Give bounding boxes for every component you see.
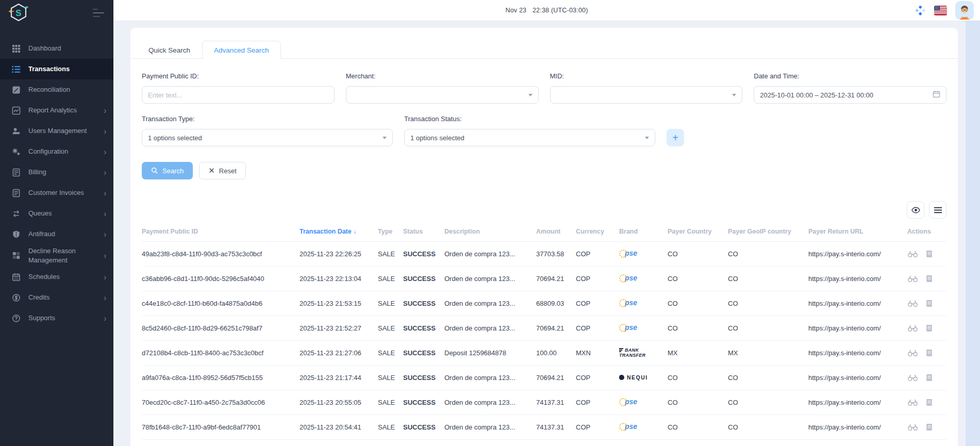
cell-payment-public-id: c44e18c0-c8cf-11f0-b60d-fa4875a0d4b6 [142,291,300,316]
sidebar-item-customer-invoices[interactable]: Customer Invoices› [0,183,113,203]
view-details-binoculars-icon[interactable] [907,325,918,332]
app-logo[interactable]: S [8,3,29,23]
scrollbar[interactable] [966,21,980,446]
cell-payer-geoip-country: US [728,440,808,446]
chevron-right-icon: › [104,146,106,157]
table-row: 8c5d2460-c8cf-11f0-8d29-66251c798af72025… [142,316,946,341]
merchant-label: Merchant: [346,72,539,80]
sidebar-item-queues[interactable]: Queues› [0,203,113,224]
sidebar-item-dashboard[interactable]: Dashboard [0,38,113,59]
sidebar-item-billing[interactable]: Billing› [0,162,113,183]
cell-status: SUCCESS [403,267,444,291]
add-filter-button[interactable]: + [667,129,684,146]
queue-icon [11,209,21,218]
cell-amount: 74137.31 [536,415,576,440]
view-details-binoculars-icon[interactable] [907,350,918,357]
view-details-binoculars-icon[interactable] [907,300,918,307]
cell-payer-country: CO [668,390,728,415]
cell-brand: BANKTRANSFER [619,341,668,366]
receipt-icon[interactable] [926,275,933,283]
calendar-icon[interactable] [933,90,940,100]
cell-payer-country: CO [668,242,728,267]
sidebar-item-transactions[interactable]: Transactions [0,59,113,79]
column-header-currency: Currency [576,224,619,242]
table-row: c36abb96-c8d1-11f0-90dc-5296c5af40402025… [142,267,946,291]
sidebar-item-users-management[interactable]: Users Management› [0,121,113,141]
view-details-binoculars-icon[interactable] [907,424,918,431]
payment-public-id-input[interactable] [142,86,335,104]
sidebar-item-supports[interactable]: Supports› [0,308,113,328]
sidebar-item-configuration[interactable]: Configuration› [0,141,113,162]
calendar-icon [11,272,21,282]
column-visibility-button[interactable] [907,201,924,219]
sidebar-collapse-icon[interactable] [93,9,104,17]
cell-currency: COP [576,242,619,267]
sort-desc-icon: ↓ [353,228,356,235]
cell-payment-public-id: 70ecd20c-c8c7-11f0-a450-2c75a3d0cc06 [142,390,300,415]
sidebar-item-credits[interactable]: Credits› [0,287,113,308]
tab-advanced-search[interactable]: Advanced Search [202,41,281,59]
merchant-select[interactable] [346,86,539,104]
mid-select[interactable] [550,86,743,104]
receipt-icon[interactable] [926,250,933,258]
sidebar-item-label: Customer Invoices [28,188,94,197]
transaction-status-label: Transaction Status: [404,115,655,123]
table-menu-button[interactable] [929,201,946,219]
view-details-binoculars-icon[interactable] [907,374,918,382]
cell-description: Orden de compra 123... [444,316,536,341]
search-button[interactable]: Search [142,162,193,179]
receipt-icon[interactable] [926,399,933,407]
cell-transaction-date: 2025-11-23 22:26:25 [300,242,378,267]
transaction-status-select[interactable]: 1 options selected [404,129,655,146]
sidebar-item-label: Queues [28,209,94,218]
cell-status: SUCCESS [403,341,444,366]
sidebar-item-label: Configuration [28,147,94,156]
avatar[interactable] [955,1,974,20]
cell-description: Orden de compra 123... [444,267,536,291]
apps-icon[interactable] [915,5,926,16]
invoice-icon [11,188,21,197]
receipt-icon[interactable] [926,324,933,333]
cell-amount: 70694.21 [536,316,576,341]
language-flag-us-icon[interactable] [934,6,947,15]
receipt-icon[interactable] [926,374,933,382]
chevron-down-icon [732,94,736,96]
cell-currency: COP [576,316,619,341]
cell-type: SALE [378,267,403,291]
sidebar-item-reconciliation[interactable]: Reconciliation [0,79,113,100]
receipt-icon[interactable] [926,423,933,432]
table-row: 78fb1648-c8c7-11f0-a9bf-6edc8af779012025… [142,415,946,440]
sidebar-item-decline-reason-management[interactable]: Decline Reason Management› [0,244,113,267]
tab-quick-search[interactable]: Quick Search [137,41,202,59]
cell-payer-return-url: https://pay.s-interio.com/ [808,390,907,415]
date-time-value: 2025-10-01 00:00 – 2025-12-31 00:00 [760,91,873,99]
content-area: Quick Search Advanced Search Payment Pub… [113,21,980,446]
column-header-transaction-date[interactable]: Transaction Date ↓ [300,224,378,242]
invoice-icon [11,168,21,177]
cell-status: SUCCESS [403,390,444,415]
cell-description: Orden de compra 123... [444,390,536,415]
reset-button[interactable]: ✕ Reset [199,162,246,179]
view-details-binoculars-icon[interactable] [907,251,918,258]
receipt-icon[interactable] [926,349,933,357]
sidebar-item-schedules[interactable]: Schedules› [0,267,113,287]
date-time-label: Date and Time: [754,72,946,80]
cell-actions [907,415,946,440]
date-time-input[interactable]: 2025-10-01 00:00 – 2025-12-31 00:00 [754,86,946,104]
transaction-type-field: Transaction Type: 1 options selected [142,115,393,146]
search-button-label: Search [162,167,184,175]
cell-actions [907,366,946,390]
cell-payer-geoip-country: CO [728,390,808,415]
cell-amount: 100.00 [536,341,576,366]
sidebar-item-antifraud[interactable]: Antifraud› [0,224,113,244]
cell-payment-public-id: c36abb96-c8d1-11f0-90dc-5296c5af4040 [142,267,300,291]
sidebar-item-report-analytics[interactable]: Report Analytics› [0,100,113,121]
eye-icon [911,205,921,215]
chevron-right-icon: › [104,167,106,177]
cell-actions [907,267,946,291]
receipt-icon[interactable] [926,300,933,308]
view-details-binoculars-icon[interactable] [907,275,918,283]
cell-brand: pse [619,267,668,291]
transaction-type-select[interactable]: 1 options selected [142,129,393,146]
view-details-binoculars-icon[interactable] [907,399,918,406]
